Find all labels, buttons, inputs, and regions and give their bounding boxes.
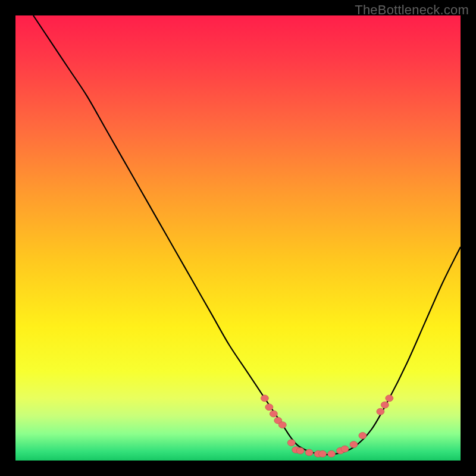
data-marker xyxy=(287,440,295,446)
data-marker xyxy=(381,402,389,408)
data-marker xyxy=(296,447,304,454)
data-marker xyxy=(319,450,327,457)
data-marker xyxy=(278,422,286,428)
data-marker xyxy=(261,395,268,402)
data-marker xyxy=(270,411,277,417)
data-marker xyxy=(328,450,336,457)
data-marker xyxy=(265,404,273,411)
curve-svg xyxy=(15,15,461,461)
data-marker xyxy=(305,449,313,456)
plot-area xyxy=(15,15,461,461)
bottleneck-curve xyxy=(33,15,461,455)
data-marker xyxy=(341,446,349,452)
data-marker xyxy=(359,433,367,439)
data-marker xyxy=(377,408,384,415)
data-marker xyxy=(386,395,393,402)
chart-stage: TheBottleneck.com xyxy=(0,0,476,476)
data-marker xyxy=(350,441,358,448)
